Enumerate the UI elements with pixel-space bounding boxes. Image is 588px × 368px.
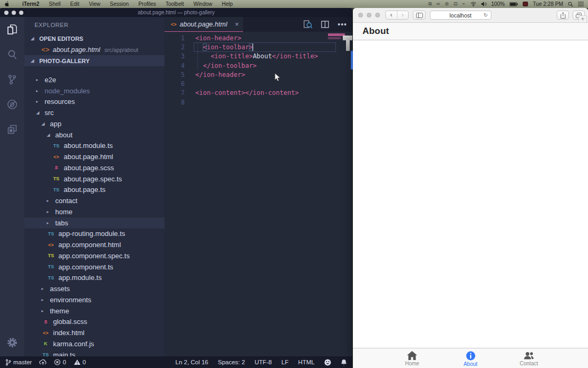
screen-recording-icon[interactable]: ⧉: [428, 2, 431, 6]
indentation-setting[interactable]: Spaces: 2: [218, 359, 245, 365]
apple-menu-icon[interactable]: [4, 1, 10, 7]
menu-item-edit[interactable]: Edit: [65, 1, 84, 7]
display-mirroring-icon[interactable]: ⊡: [454, 2, 458, 6]
tree-item-about-page-ts[interactable]: TSabout.page.ts: [24, 185, 165, 196]
tree-item-about-page-html[interactable]: <>about.page.html: [24, 151, 165, 162]
more-actions-icon[interactable]: •••: [338, 20, 347, 29]
tree-item-index-html[interactable]: <>index.html: [24, 327, 165, 338]
code-line-2[interactable]: 2 <ion-toolbar>: [165, 42, 352, 51]
publish-sync-icon[interactable]: [39, 359, 47, 365]
wifi-icon[interactable]: [470, 2, 477, 6]
explorer-icon[interactable]: [6, 23, 19, 36]
code-line-6[interactable]: 6: [165, 79, 352, 88]
tree-item-app-module-ts[interactable]: TSapp.module.ts: [24, 273, 165, 284]
settings-gear-icon[interactable]: [6, 336, 19, 349]
open-editor-entry[interactable]: <> about.page.html src/app/about: [24, 44, 165, 55]
tab-contact[interactable]: Contact: [500, 351, 558, 366]
code-line-7[interactable]: 7<ion-content></ion-content>: [165, 89, 352, 98]
split-editor-icon[interactable]: [321, 21, 329, 28]
tree-item-about-page-scss[interactable]: Sabout.page.scss: [24, 162, 165, 173]
menu-item-app[interactable]: iTerm2: [18, 1, 44, 7]
menu-item-view[interactable]: View: [84, 1, 106, 7]
project-section-header[interactable]: ◢ PHOTO-GALLERY: [24, 55, 165, 66]
reload-icon[interactable]: ↻: [483, 12, 488, 18]
tree-item-karma-conf-js[interactable]: Kkarma.conf.js: [24, 338, 165, 349]
tree-item-app-component-html[interactable]: <>app.component.html: [24, 239, 165, 250]
tree-item-app-routing-module-ts[interactable]: TSapp-routing.module.ts: [24, 229, 165, 240]
chevron-collapsed-icon: ▸: [47, 209, 52, 214]
vscode-titlebar[interactable]: about.page.html — photo-gallery: [0, 8, 352, 17]
tree-item-tabs[interactable]: ▸tabs: [24, 217, 165, 229]
safari-toolbar[interactable]: ‹ › localhost ↻ +: [353, 8, 588, 23]
open-editors-header[interactable]: ◢ OPEN EDITORS: [24, 33, 165, 44]
tree-item-environments[interactable]: ▸environments: [24, 294, 165, 305]
code-line-4[interactable]: 4 </ion-toolbar>: [165, 61, 352, 70]
code-editor[interactable]: 1<ion-header>2 <ion-toolbar>3 <ion-title…: [165, 32, 352, 356]
menu-item-help[interactable]: Help: [217, 1, 238, 7]
tree-item-main-ts[interactable]: TSmain.ts: [24, 349, 165, 356]
back-button[interactable]: ‹: [386, 11, 397, 19]
language-mode[interactable]: HTML: [298, 359, 315, 365]
tree-item-app[interactable]: ◢app: [24, 118, 165, 129]
debug-disabled-icon[interactable]: [6, 98, 19, 111]
code-line-5[interactable]: 5</ion-header>: [165, 70, 352, 79]
do-not-disturb-icon[interactable]: ⊘: [445, 2, 449, 6]
tab-home[interactable]: Home: [383, 350, 442, 366]
tab-close-icon[interactable]: ×: [235, 20, 239, 28]
tree-item-app-component-ts[interactable]: TSapp.component.ts: [24, 261, 165, 273]
input-menu-icon[interactable]: ⌁: [462, 2, 465, 6]
menu-item-toolbelt[interactable]: Toolbelt: [161, 1, 188, 7]
tree-item-src[interactable]: ◢src: [24, 107, 165, 118]
code-line-1[interactable]: 1<ion-header>: [165, 33, 352, 42]
notifications-bell-icon[interactable]: [341, 359, 347, 366]
close-window-button[interactable]: [358, 13, 363, 17]
share-button[interactable]: [557, 11, 569, 20]
address-bar[interactable]: localhost ↻: [430, 11, 491, 20]
open-changes-icon[interactable]: [304, 20, 313, 29]
volume-icon[interactable]: [481, 2, 487, 6]
notification-center-icon[interactable]: [578, 2, 584, 6]
menu-item-shell[interactable]: Shell: [44, 1, 65, 7]
tree-item-app-component-spec-ts[interactable]: TSapp.component.spec.ts: [24, 250, 165, 261]
tree-item-theme[interactable]: ▸theme: [24, 305, 165, 317]
git-branch-indicator[interactable]: master: [5, 359, 32, 366]
tree-item-contact[interactable]: ▸contact: [24, 195, 165, 206]
third-party-menubar-app-icon[interactable]: [523, 2, 528, 6]
zoom-window-button[interactable]: [375, 13, 380, 17]
eol-setting[interactable]: LF: [281, 359, 288, 365]
menubar-clock[interactable]: Tue 2:28 PM: [533, 1, 563, 7]
new-tab-button[interactable]: +: [578, 15, 587, 23]
sidebar-button[interactable]: [413, 11, 426, 20]
source-control-icon[interactable]: [6, 73, 19, 86]
tree-item-resources[interactable]: ▸resources: [24, 97, 165, 108]
search-icon[interactable]: [6, 48, 19, 61]
tree-item-about[interactable]: ◢about: [24, 129, 165, 141]
html-file-icon: <>: [47, 242, 55, 248]
window-controls[interactable]: [358, 13, 380, 17]
tree-item-e2e[interactable]: ▸e2e: [24, 74, 165, 85]
feedback-smiley-icon[interactable]: [324, 359, 331, 366]
cursor-position[interactable]: Ln 2, Col 16: [176, 359, 209, 365]
editor-tab-about-page-html[interactable]: <> about.page.html ×: [165, 17, 243, 32]
tree-item-global-scss[interactable]: Sglobal.scss: [24, 317, 165, 328]
menu-item-session[interactable]: Session: [105, 1, 134, 7]
forward-button[interactable]: ›: [397, 11, 409, 19]
menu-item-window[interactable]: Window: [188, 1, 217, 7]
tree-item-home[interactable]: ▸home: [24, 206, 165, 217]
spotlight-icon[interactable]: [568, 2, 573, 7]
tree-item-about-page-spec-ts[interactable]: TSabout.page.spec.ts: [24, 173, 165, 185]
menu-item-profiles[interactable]: Profiles: [134, 1, 161, 7]
battery-icon[interactable]: [509, 2, 518, 6]
minimize-window-button[interactable]: [367, 13, 371, 17]
errors-indicator[interactable]: 0: [54, 359, 66, 365]
encoding-setting[interactable]: UTF-8: [255, 359, 272, 365]
code-line-3[interactable]: 3 <ion-title>About</ion-title>: [165, 52, 352, 61]
menubar-app-icon[interactable]: ∞: [437, 2, 440, 6]
code-line-8[interactable]: 8: [165, 98, 352, 107]
tree-item-assets[interactable]: ▸assets: [24, 283, 165, 294]
extensions-icon[interactable]: [6, 123, 19, 136]
warnings-indicator[interactable]: 0: [74, 359, 86, 365]
tree-item-about-module-ts[interactable]: TSabout.module.ts: [24, 141, 165, 152]
tree-item-node-modules[interactable]: ▸node_modules: [24, 85, 165, 97]
tab-about[interactable]: About: [442, 350, 500, 367]
